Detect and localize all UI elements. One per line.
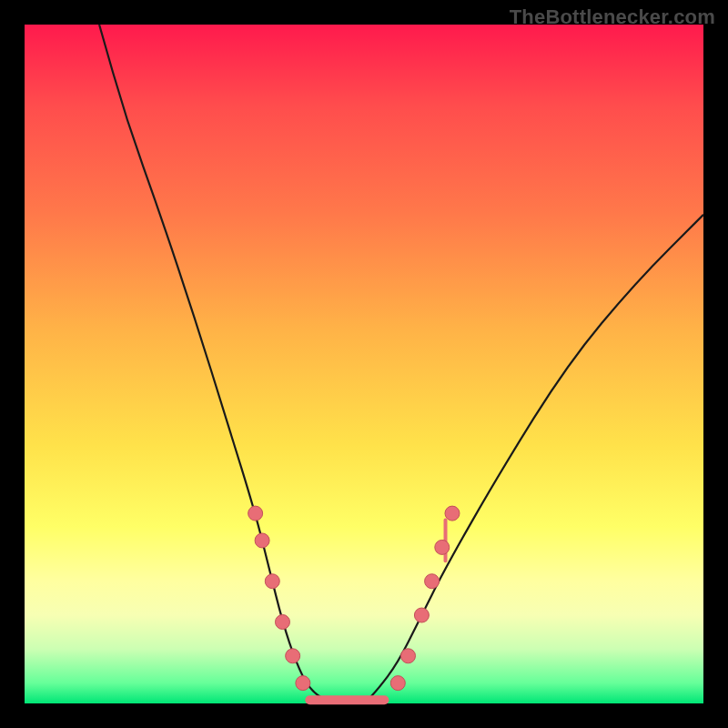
bottleneck-curve (99, 25, 703, 703)
watermark-text: TheBottlenecker.com (510, 5, 715, 29)
data-marker (414, 608, 429, 622)
data-marker (445, 506, 460, 521)
data-marker (435, 540, 450, 554)
chart-plot-area (25, 25, 703, 703)
data-marker (400, 649, 415, 663)
data-marker (286, 649, 300, 663)
data-marker (296, 676, 310, 691)
data-marker (248, 506, 263, 521)
chart-svg (25, 25, 703, 703)
data-marker (425, 574, 440, 589)
data-marker (255, 533, 269, 548)
data-marker (390, 676, 405, 691)
data-marker (275, 614, 289, 629)
data-marker (265, 574, 279, 589)
marker-group (248, 506, 460, 691)
